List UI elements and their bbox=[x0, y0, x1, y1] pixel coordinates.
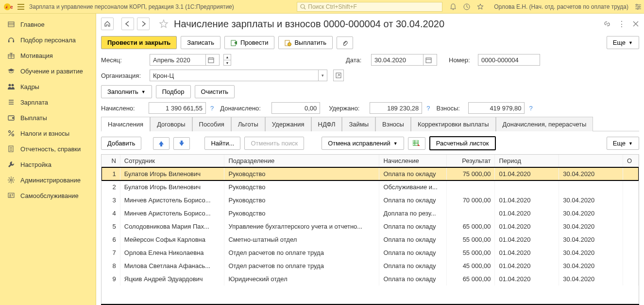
accruals-grid[interactable]: NСотрудникПодразделениеНачислениеРезульт… bbox=[101, 154, 639, 304]
table-row[interactable]: 6Мейерсон Софья КарловнаСметно-штатный о… bbox=[102, 233, 639, 246]
post-and-close-button[interactable]: Провести и закрыть bbox=[101, 36, 177, 49]
sidebar-item-3[interactable]: Обучение и развитие bbox=[0, 63, 96, 79]
cancel-search-button[interactable]: Отменить поиск bbox=[244, 137, 304, 150]
accrued-help[interactable]: ? bbox=[209, 105, 215, 112]
cell: 30.04.2020 bbox=[559, 272, 623, 286]
find-button[interactable]: Найти... bbox=[204, 137, 240, 150]
spin-down-icon[interactable]: ▼ bbox=[224, 60, 231, 65]
current-user[interactable]: Орлова Е.Н. (Нач. отд. расчетов по оплат… bbox=[494, 3, 628, 10]
tab-9[interactable]: Доначисления, перерасчеты bbox=[496, 117, 593, 131]
column-header[interactable] bbox=[559, 155, 623, 167]
table-mode-button[interactable] bbox=[408, 137, 425, 150]
column-header[interactable]: Период bbox=[495, 155, 559, 167]
contrib-value[interactable]: 419 979,80 bbox=[468, 102, 525, 114]
global-search-input[interactable]: Поиск Ctrl+Shift+F bbox=[297, 2, 442, 12]
cell: Мейерсон Софья Карловна bbox=[120, 233, 224, 246]
month-spinner[interactable]: ▲ ▼ bbox=[223, 54, 231, 66]
withheld-value[interactable]: 189 230,28 bbox=[370, 102, 422, 114]
sidebar-item-4[interactable]: Кадры bbox=[0, 79, 96, 94]
contrib-help[interactable]: ? bbox=[527, 105, 534, 112]
sidebar-item-0[interactable]: Главное bbox=[0, 17, 96, 32]
sidebar-item-9[interactable]: Настройка bbox=[0, 157, 96, 172]
additional-value[interactable]: 0,00 bbox=[271, 102, 320, 114]
tab-6[interactable]: Займы bbox=[342, 117, 375, 131]
move-down-button[interactable] bbox=[173, 137, 190, 150]
clear-button[interactable]: Очистить bbox=[195, 85, 235, 98]
table-row[interactable]: 4Минчев Аристотель Борисо...РуководствоД… bbox=[102, 207, 639, 220]
table-row[interactable]: 8Милова Светлана Афанась...Отдел расчето… bbox=[102, 259, 639, 272]
sidebar-item-7[interactable]: Налоги и взносы bbox=[0, 126, 96, 141]
cell: Обслуживание и... bbox=[379, 180, 446, 194]
calendar-icon[interactable] bbox=[423, 54, 434, 65]
pay-button[interactable]: Выплатить bbox=[278, 36, 333, 49]
settings-bars-icon[interactable] bbox=[634, 3, 642, 11]
bell-icon[interactable] bbox=[449, 3, 457, 11]
table-row[interactable]: 7Орлова Елена НиколаевнаОтдел расчетов п… bbox=[102, 246, 639, 259]
home-button[interactable] bbox=[101, 18, 114, 30]
tab-5[interactable]: НДФЛ bbox=[311, 117, 342, 131]
spin-up-icon[interactable]: ▲ bbox=[224, 54, 231, 60]
tab-0[interactable]: Начисления bbox=[101, 117, 150, 131]
forward-button[interactable] bbox=[137, 18, 150, 30]
org-input[interactable]: Крон-Ц ▾ bbox=[150, 70, 327, 81]
dropdown-icon[interactable]: ▾ bbox=[318, 70, 327, 81]
add-row-button[interactable]: Добавить bbox=[101, 137, 141, 150]
attach-button[interactable] bbox=[337, 36, 353, 49]
move-up-button[interactable] bbox=[153, 137, 169, 150]
column-header[interactable]: N bbox=[102, 155, 120, 167]
sidebar-item-10[interactable]: Администрирование bbox=[0, 172, 96, 188]
cancel-fix-button[interactable]: Отмена исправлений ▼ bbox=[322, 137, 404, 150]
sidebar-item-1[interactable]: Подбор персонала bbox=[0, 32, 96, 48]
tab-1[interactable]: Договоры bbox=[150, 117, 192, 131]
sidebar-item-5[interactable]: Зарплата bbox=[0, 94, 96, 110]
star-icon[interactable] bbox=[476, 3, 484, 11]
tab-2[interactable]: Пособия bbox=[192, 117, 231, 131]
accrued-value[interactable]: 1 390 661,55 bbox=[149, 102, 206, 114]
more-button-grid[interactable]: Еще ▼ bbox=[607, 137, 639, 150]
close-icon[interactable] bbox=[632, 20, 639, 27]
more-label: Еще bbox=[613, 39, 626, 46]
cell: Руководство bbox=[224, 194, 379, 207]
number-input[interactable]: 0000-000004 bbox=[478, 54, 540, 66]
more-icon[interactable]: ⋮ bbox=[618, 19, 626, 29]
table-row[interactable]: 1Булатов Игорь ВиленовичРуководствоОплат… bbox=[102, 167, 639, 181]
tab-3[interactable]: Льготы bbox=[231, 117, 265, 131]
chevron-down-icon: ▼ bbox=[628, 141, 633, 146]
column-header[interactable]: Подразделение bbox=[224, 155, 379, 167]
tab-4[interactable]: Удержания bbox=[265, 117, 311, 131]
open-org-button[interactable] bbox=[333, 70, 344, 81]
sidebar-item-2[interactable]: Мотивация bbox=[0, 48, 96, 63]
cell: 45 000,00 bbox=[446, 259, 495, 272]
table-row[interactable]: 9Яцкив Андрей ЭдуардовичЮридический отде… bbox=[102, 272, 639, 286]
column-header[interactable]: Результат bbox=[446, 155, 495, 167]
sidebar-item-6[interactable]: Выплаты bbox=[0, 110, 96, 126]
history-icon[interactable] bbox=[463, 3, 471, 11]
save-button[interactable]: Записать bbox=[181, 36, 220, 49]
month-input[interactable]: Апрель 2020 bbox=[150, 54, 220, 66]
calendar-icon[interactable] bbox=[205, 54, 216, 65]
svg-rect-26 bbox=[12, 117, 14, 119]
column-header[interactable]: Начисление bbox=[379, 155, 446, 167]
back-button[interactable] bbox=[121, 18, 134, 30]
hamburger-icon[interactable] bbox=[16, 1, 26, 12]
table-row[interactable]: 5Солодовникова Мария Пах...Управление бу… bbox=[102, 220, 639, 233]
table-row[interactable]: 2Булатов Игорь ВиленовичРуководствоОбслу… bbox=[102, 180, 639, 194]
column-header[interactable]: Сотрудник bbox=[120, 155, 224, 167]
fill-button[interactable]: Заполнить ▼ bbox=[101, 85, 152, 98]
table-row[interactable]: 3Минчев Аристотель Борисо...РуководствоО… bbox=[102, 194, 639, 207]
favorite-star-icon[interactable] bbox=[157, 19, 170, 29]
post-button[interactable]: Провести bbox=[224, 36, 275, 49]
tab-8[interactable]: Корректировки выплаты bbox=[411, 117, 496, 131]
sidebar-item-8[interactable]: Отчетность, справки bbox=[0, 141, 96, 157]
link-icon[interactable] bbox=[603, 20, 611, 28]
pick-button[interactable]: Подбор bbox=[156, 85, 191, 98]
withheld-help[interactable]: ? bbox=[425, 105, 431, 112]
column-header[interactable]: О bbox=[623, 155, 639, 167]
date-input[interactable]: 30.04.2020 bbox=[371, 54, 437, 66]
sidebar-item-11[interactable]: Самообслуживание bbox=[0, 188, 96, 203]
payslip-button[interactable]: Расчетный листок bbox=[429, 136, 496, 150]
more-button-top[interactable]: Еще ▼ bbox=[607, 36, 639, 49]
svg-point-9 bbox=[636, 4, 638, 5]
tab-7[interactable]: Взносы bbox=[375, 117, 411, 131]
cell: 01.04.2020 bbox=[495, 194, 559, 207]
